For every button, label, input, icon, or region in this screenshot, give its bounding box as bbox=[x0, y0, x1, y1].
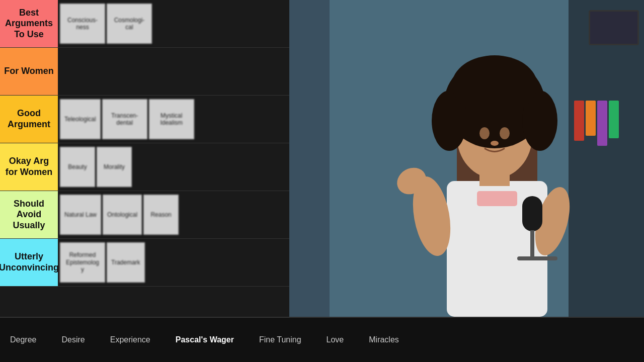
card-mystical: Mystical Idealism bbox=[149, 99, 194, 139]
tier-row-avoid: Should Avoid Usually Natural Law Ontolog… bbox=[0, 191, 289, 239]
bottom-item-degree[interactable]: Degree bbox=[10, 335, 36, 344]
bottom-item-desire[interactable]: Desire bbox=[61, 335, 85, 344]
svg-point-13 bbox=[491, 141, 499, 146]
bottom-item-love[interactable]: Love bbox=[327, 335, 344, 344]
tier-label-best: Best Arguments To Use bbox=[0, 0, 58, 47]
card-reason: Reason bbox=[143, 195, 179, 235]
tier-row-women: For Women bbox=[0, 48, 289, 96]
tier-cards-okay: Beauty Morality bbox=[58, 143, 289, 191]
tier-cards-avoid: Natural Law Ontological Reason bbox=[58, 191, 289, 238]
tier-cards-women bbox=[58, 48, 289, 95]
svg-rect-16 bbox=[530, 230, 534, 260]
card-beauty: Beauty bbox=[60, 147, 95, 187]
top-section: Best Arguments To Use Conscious-ness Cos… bbox=[0, 0, 644, 317]
tier-label-good: Good Argument bbox=[0, 96, 58, 143]
card-natural-law: Natural Law bbox=[60, 195, 101, 235]
card-reformed: Reformed Epistemology bbox=[60, 242, 105, 283]
card-teleological: Teleological bbox=[60, 99, 101, 139]
card-transcendental: Transcen-dental bbox=[102, 99, 147, 139]
tier-cards-unconvincing: Reformed Epistemology Trademark bbox=[58, 239, 289, 286]
svg-rect-14 bbox=[477, 191, 517, 206]
tier-label-okay: Okay Arg for Women bbox=[0, 143, 58, 191]
bottom-item-miracles[interactable]: Miracles bbox=[369, 335, 399, 344]
bottom-item-pascals-wager[interactable]: Pascal's Wager bbox=[176, 335, 234, 344]
svg-point-10 bbox=[452, 55, 537, 116]
svg-point-11 bbox=[479, 127, 490, 139]
card-cosmological: Cosmologi-cal bbox=[107, 4, 152, 44]
webcam-section bbox=[289, 0, 644, 317]
bottom-items-container: Degree Desire Experience Pascal's Wager … bbox=[10, 335, 399, 344]
tier-label-unconvincing: Utterly Unconvincing bbox=[0, 239, 58, 286]
card-consciousness: Conscious-ness bbox=[60, 4, 105, 44]
tier-row-good: Good Argument Teleological Transcen-dent… bbox=[0, 96, 289, 143]
tier-list: Best Arguments To Use Conscious-ness Cos… bbox=[0, 0, 289, 317]
tier-label-avoid: Should Avoid Usually bbox=[0, 191, 58, 238]
bottom-bar: Degree Desire Experience Pascal's Wager … bbox=[0, 317, 644, 362]
bg-left bbox=[289, 0, 330, 317]
svg-point-12 bbox=[500, 127, 510, 139]
tier-cards-good: Teleological Transcen-dental Mystical Id… bbox=[58, 96, 289, 143]
tier-label-women: For Women bbox=[0, 48, 58, 95]
bottom-item-fine-tuning[interactable]: Fine Tuning bbox=[259, 335, 301, 344]
main-container: Best Arguments To Use Conscious-ness Cos… bbox=[0, 0, 644, 362]
card-trademark: Trademark bbox=[107, 242, 145, 283]
svg-rect-17 bbox=[517, 256, 557, 260]
bottom-item-experience[interactable]: Experience bbox=[110, 335, 150, 344]
tier-row-okay: Okay Arg for Women Beauty Morality bbox=[0, 143, 289, 191]
tier-row-unconvincing: Utterly Unconvincing Reformed Epistemolo… bbox=[0, 239, 289, 287]
person-svg bbox=[366, 25, 618, 317]
card-ontological: Ontological bbox=[103, 195, 142, 235]
tier-row-best: Best Arguments To Use Conscious-ness Cos… bbox=[0, 0, 289, 48]
tier-cards-best: Conscious-ness Cosmologi-cal bbox=[58, 0, 289, 47]
card-morality: Morality bbox=[97, 147, 132, 187]
svg-rect-15 bbox=[522, 196, 542, 231]
webcam-background bbox=[289, 0, 644, 317]
